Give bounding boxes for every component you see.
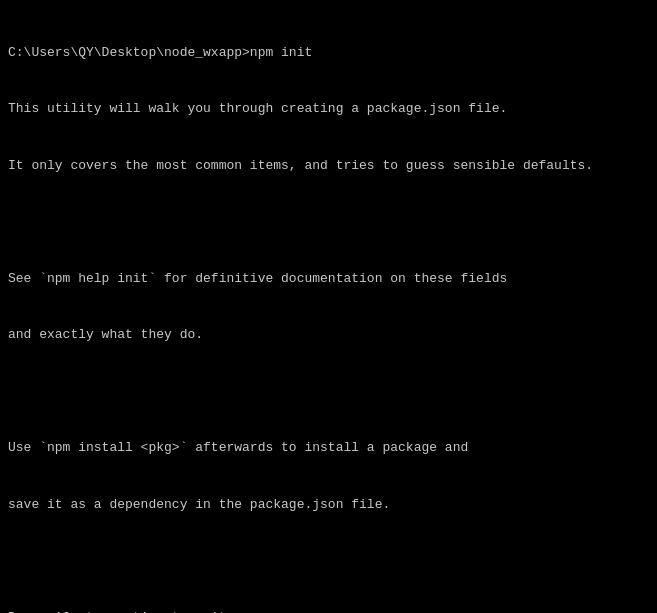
output-line-1: This utility will walk you through creat… — [8, 100, 649, 119]
output-line-3: See `npm help init` for definitive docum… — [8, 270, 649, 289]
output-line-6: save it as a dependency in the package.j… — [8, 496, 649, 515]
blank-line-1 — [8, 213, 649, 232]
blank-line-3 — [8, 552, 649, 571]
output-line-7: Press ^C at any time to quit. — [8, 609, 649, 613]
output-line-4: and exactly what they do. — [8, 326, 649, 345]
terminal-window[interactable]: C:\Users\QY\Desktop\node_wxapp>npm init … — [0, 0, 657, 613]
blank-line-2 — [8, 383, 649, 402]
output-line-5: Use `npm install <pkg>` afterwards to in… — [8, 439, 649, 458]
command-line-1: C:\Users\QY\Desktop\node_wxapp>npm init — [8, 44, 649, 63]
output-line-2: It only covers the most common items, an… — [8, 157, 649, 176]
